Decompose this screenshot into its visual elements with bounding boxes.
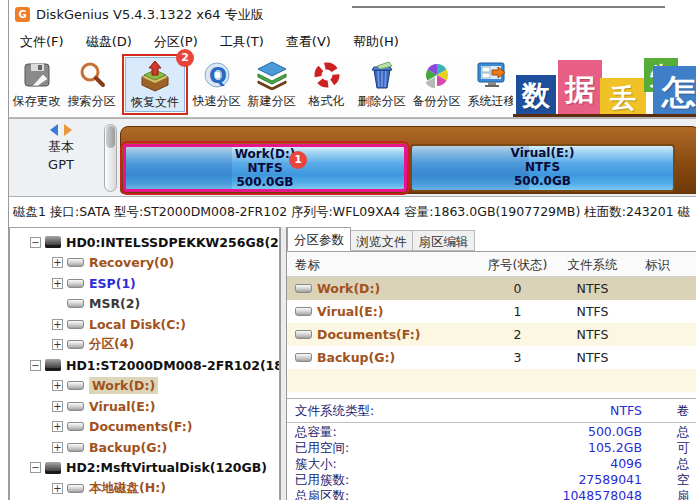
backup-partition-icon (422, 57, 452, 93)
tab-partition-params[interactable]: 分区参数 (287, 227, 351, 251)
tree-item-local-disk-c[interactable]: Local Disk(C:) (10, 314, 279, 335)
expand-expander-icon[interactable] (52, 421, 63, 432)
save-changes-button[interactable]: 保存更改 (9, 57, 64, 110)
table-row-virual-e[interactable]: Virual(E:) 1 NTFS (287, 300, 696, 323)
recover-files-button[interactable]: 2 恢复文件 (125, 57, 185, 112)
promo-banner[interactable]: 数 据 丢 失 怎 (513, 57, 696, 117)
table-row-empty (287, 369, 696, 392)
detail-value: 4096 (487, 456, 642, 471)
table-row-work-d[interactable]: Work(D:) 0 NTFS (287, 277, 696, 300)
new-partition-button[interactable]: 新建分区 (244, 57, 299, 110)
backup-partition-button[interactable]: 备份分区 (409, 57, 464, 110)
format-button[interactable]: 格式化 (299, 57, 354, 110)
expand-expander-icon[interactable] (52, 401, 63, 412)
table-header: 卷标 序号(状态) 文件系统 标识 (287, 252, 696, 277)
tree-item-backup-g[interactable]: Backup(G:) (10, 437, 279, 458)
partition-icon (295, 353, 312, 362)
menu-file[interactable]: 文件(F) (9, 31, 75, 53)
tree-label: MSR(2) (89, 296, 140, 311)
search-magnifier-icon (77, 57, 107, 93)
menu-tools[interactable]: 工具(T) (209, 31, 275, 53)
tree-label: HD1:ST2000DM008-2FR102(1863GB) (66, 358, 280, 373)
tree-item-work-d[interactable]: Work(D:) (10, 376, 279, 397)
partition-strip-scrollbar[interactable] (104, 124, 117, 192)
scrollbar-thumb[interactable] (106, 126, 115, 148)
table-row-documents-f[interactable]: Documents(F:) 2 NTFS (287, 323, 696, 346)
banner-tile: 丢 (600, 78, 646, 115)
tree-item-esp[interactable]: ESP(1) (10, 273, 279, 294)
partition-icon (295, 307, 312, 316)
disk-info-bar: 磁盘1 接口:SATA 型号:ST2000DM008-2FR102 序列号:WF… (9, 197, 696, 227)
tree-label: 本地磁盘(H:) (89, 480, 166, 497)
expand-expander-icon[interactable] (52, 442, 63, 453)
search-partition-button[interactable]: 搜索分区 (64, 57, 119, 110)
header-volume-label: 卷标 (295, 252, 320, 277)
partition-block-virual-e[interactable]: Virual(E:) NTFS 500.0GB (410, 144, 675, 192)
menu-disk[interactable]: 磁盘(D) (75, 31, 143, 53)
expand-expander-icon[interactable] (52, 380, 63, 391)
row-filesystem: NTFS (555, 300, 630, 323)
tree-item-virual-e[interactable]: Virual(E:) (10, 396, 279, 417)
menu-view[interactable]: 查看(V) (275, 31, 342, 53)
tree-label: ESP(1) (89, 276, 136, 291)
expand-expander-icon[interactable] (52, 339, 63, 350)
tree-label: Virual(E:) (89, 399, 156, 414)
tree-item-recovery[interactable]: Recovery(0) (10, 253, 279, 274)
detail-label: 总容量: (295, 424, 337, 441)
menu-partition[interactable]: 分区(P) (143, 31, 209, 53)
menu-help[interactable]: 帮助(H) (342, 31, 410, 53)
partition-block-work-d[interactable]: Work(D:) NTFS 500.0GB (123, 144, 407, 192)
detail-col2-clipped: 空 (677, 472, 690, 489)
tree-item-local-disk-h[interactable]: 本地磁盘(H:) (10, 478, 279, 499)
disk-icon (45, 359, 61, 371)
tab-browse-files[interactable]: 浏览文件 (351, 230, 413, 251)
partition-name: Virual(E:) (412, 146, 673, 160)
panel-splitter[interactable] (280, 227, 287, 500)
disk-type-basic-label: 基本 (30, 138, 92, 156)
header-index-status: 序号(状态) (480, 252, 555, 277)
tree-item-documents-f[interactable]: Documents(F:) (10, 417, 279, 438)
detail-col2-clipped: 总 (677, 424, 690, 441)
tree-item-hd2[interactable]: HD2:MsftVirtualDisk(120GB) (10, 458, 279, 479)
detail-col2-clipped: 总 (677, 456, 690, 473)
disk-scheme-gpt-label: GPT (30, 156, 92, 174)
prev-disk-arrow-icon[interactable] (50, 124, 58, 136)
next-disk-arrow-icon[interactable] (64, 124, 72, 136)
partition-icon (67, 299, 84, 308)
expand-expander-icon[interactable] (52, 483, 63, 494)
tree-label: Backup(G:) (89, 440, 167, 455)
system-migration-button[interactable]: 系统迁移 (464, 57, 519, 110)
tree-item-msr[interactable]: MSR(2) (10, 294, 279, 315)
detail-value: 27589041 (487, 472, 642, 487)
detail-col2-clipped: 卷 (677, 403, 690, 420)
row-index: 1 (480, 300, 555, 323)
collapse-expander-icon[interactable] (30, 462, 41, 473)
detail-row-used-clusters: 已用簇数: 27589041 空 (287, 472, 696, 488)
tree-item-partition4[interactable]: 分区(4) (10, 335, 279, 356)
new-partition-icon (256, 57, 288, 93)
collapse-expander-icon[interactable] (30, 360, 41, 371)
expand-expander-icon[interactable] (52, 278, 63, 289)
expand-expander-icon[interactable] (52, 319, 63, 330)
collapse-expander-icon[interactable] (30, 237, 41, 248)
tree-label: HD0:INTELSSDPEKKW256G8(238GB) (66, 235, 280, 250)
tree-item-hd0[interactable]: HD0:INTELSSDPEKKW256G8(238GB) (10, 232, 279, 253)
partition-icon (67, 340, 84, 349)
row-volume-name: Documents(F:) (317, 327, 420, 342)
table-row-backup-g[interactable]: Backup(G:) 3 NTFS (287, 346, 696, 369)
tree-label: Local Disk(C:) (89, 317, 186, 332)
tab-sector-edit[interactable]: 扇区编辑 (413, 230, 475, 251)
disk-icon (45, 236, 61, 248)
toolbar-label: 系统迁移 (468, 93, 516, 110)
quick-partition-icon: Q (202, 57, 232, 93)
quick-partition-button[interactable]: Q 快速分区 (189, 57, 244, 110)
partition-strip-nav: 基本 GPT (30, 122, 92, 174)
disk-tree-panel: HD0:INTELSSDPEKKW256G8(238GB) Recovery(0… (9, 227, 280, 500)
banner-tile: 数 (516, 75, 556, 115)
row-index: 3 (480, 346, 555, 369)
tree-item-hd1[interactable]: HD1:ST2000DM008-2FR102(1863GB) (10, 355, 279, 376)
toolbar-label: 快速分区 (193, 93, 241, 110)
floppy-save-icon (22, 57, 52, 93)
delete-partition-button[interactable]: 删除分区 (354, 57, 409, 110)
expand-expander-icon[interactable] (52, 257, 63, 268)
